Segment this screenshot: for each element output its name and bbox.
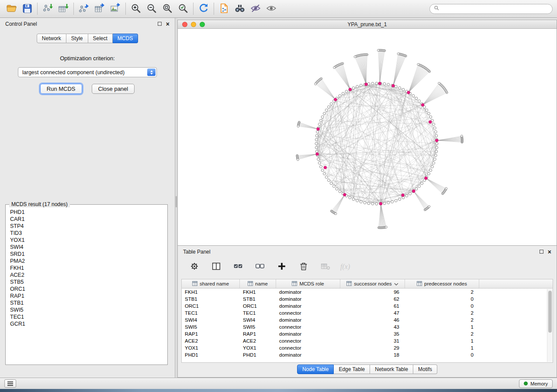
tab-node-table[interactable]: Node Table: [297, 364, 334, 374]
ring-node[interactable]: [336, 188, 338, 190]
ring-node[interactable]: [415, 97, 418, 100]
memory-button[interactable]: Memory: [519, 379, 553, 388]
mcds-result-item[interactable]: YOX1: [10, 237, 167, 244]
tab-motifs[interactable]: Motifs: [413, 364, 437, 374]
leaf-node[interactable]: [297, 125, 299, 127]
ring-node[interactable]: [323, 112, 325, 115]
network-graph[interactable]: [178, 29, 557, 245]
show-columns-button[interactable]: [209, 260, 223, 274]
leaf-node[interactable]: [417, 63, 419, 65]
create-column-button[interactable]: [275, 260, 289, 274]
ring-node[interactable]: [432, 162, 435, 164]
dominator-node[interactable]: [379, 202, 382, 205]
deselect-all-rows-button[interactable]: [253, 260, 267, 274]
table-row[interactable]: FKH1FKH1dominator962: [182, 289, 553, 296]
ring-node[interactable]: [323, 172, 325, 175]
dominator-node[interactable]: [349, 88, 352, 91]
scrollbar-thumb[interactable]: [548, 291, 552, 333]
zoom-in-button[interactable]: [129, 2, 143, 16]
dominator-node[interactable]: [429, 120, 432, 124]
mcds-result-item[interactable]: CAR1: [10, 216, 167, 223]
leaf-node[interactable]: [354, 56, 356, 58]
ring-node[interactable]: [325, 109, 328, 111]
ring-node[interactable]: [436, 142, 438, 145]
ring-node[interactable]: [431, 165, 433, 168]
ring-node[interactable]: [402, 88, 405, 91]
leaf-node[interactable]: [315, 83, 317, 85]
ring-node[interactable]: [360, 84, 362, 87]
ring-node[interactable]: [429, 169, 432, 172]
find-button[interactable]: [233, 2, 247, 16]
ring-node[interactable]: [349, 196, 351, 199]
leaf-node[interactable]: [297, 158, 299, 161]
tab-mcds[interactable]: MCDS: [113, 34, 138, 43]
window-zoom-button[interactable]: [200, 22, 205, 27]
table-row[interactable]: SWI4SWI4dominator462: [182, 316, 553, 323]
mcds-result-item[interactable]: GCR1: [10, 320, 167, 327]
export-network-button[interactable]: [77, 2, 91, 16]
close-table-panel-icon[interactable]: ×: [548, 250, 551, 254]
zoom-selected-button[interactable]: [176, 2, 190, 16]
ring-node[interactable]: [318, 162, 321, 164]
dominator-node[interactable]: [334, 98, 337, 101]
mcds-result-item[interactable]: TEC1: [10, 313, 167, 320]
leaf-node[interactable]: [461, 135, 463, 137]
table-row[interactable]: STB1STB1dominator620: [182, 296, 553, 303]
copy-network-view-button[interactable]: [217, 2, 231, 16]
ring-node[interactable]: [360, 200, 362, 203]
tab-select[interactable]: Select: [88, 34, 113, 43]
mcds-result-item[interactable]: STB1: [10, 299, 167, 306]
leaf-node[interactable]: [333, 66, 336, 69]
dominator-node[interactable]: [316, 153, 319, 156]
table-row[interactable]: RAP1RAP1dominator352: [182, 330, 553, 337]
ring-node[interactable]: [409, 193, 412, 195]
mcds-result-item[interactable]: PHD1: [10, 209, 167, 216]
ring-node[interactable]: [371, 203, 374, 205]
ring-node[interactable]: [367, 202, 370, 205]
tab-network[interactable]: Network: [37, 34, 66, 43]
table-row[interactable]: TEC1TEC1connector472: [182, 309, 553, 316]
dominator-node[interactable]: [343, 193, 346, 196]
window-close-button[interactable]: [182, 22, 187, 27]
column-header-successor_nodes[interactable]: successor nodes: [340, 279, 405, 288]
ring-node[interactable]: [330, 182, 332, 185]
ring-node[interactable]: [383, 202, 386, 205]
ring-node[interactable]: [415, 188, 418, 190]
dominator-node[interactable]: [401, 194, 405, 197]
ring-node[interactable]: [316, 131, 319, 133]
mcds-result-item[interactable]: ORC1: [10, 285, 167, 292]
table-options-button[interactable]: [187, 260, 201, 274]
table-row[interactable]: ORC1ORC1dominator610: [182, 303, 553, 309]
dominator-node[interactable]: [378, 82, 381, 85]
ring-node[interactable]: [402, 196, 405, 199]
float-table-panel-icon[interactable]: [540, 250, 543, 254]
mcds-result-item[interactable]: SRD1: [10, 251, 167, 258]
dominator-node[interactable]: [407, 91, 410, 94]
ring-node[interactable]: [434, 131, 437, 133]
column-header-mcds_role[interactable]: MCDS role: [276, 279, 340, 288]
ring-node[interactable]: [345, 90, 348, 93]
mcds-result-item[interactable]: STB5: [10, 279, 167, 285]
ring-node[interactable]: [315, 150, 318, 153]
float-panel-icon[interactable]: [158, 22, 162, 26]
ring-node[interactable]: [428, 172, 430, 175]
column-header-shared_name[interactable]: shared name: [182, 279, 240, 288]
column-header-name[interactable]: name: [240, 279, 276, 288]
zoom-out-button[interactable]: [145, 2, 159, 16]
ring-node[interactable]: [321, 116, 324, 118]
ring-node[interactable]: [315, 138, 318, 141]
mcds-result-item[interactable]: TID3: [10, 230, 167, 237]
ring-node[interactable]: [356, 85, 359, 88]
ring-node[interactable]: [394, 85, 397, 88]
optimization-criterion-select[interactable]: largest connected component (undirected): [18, 67, 157, 77]
export-image-button[interactable]: [108, 2, 122, 16]
ring-node[interactable]: [371, 82, 374, 85]
ring-node[interactable]: [426, 109, 428, 111]
status-menu-button[interactable]: [4, 379, 16, 388]
ring-node[interactable]: [325, 176, 328, 179]
ring-node[interactable]: [383, 83, 386, 85]
dominator-node[interactable]: [365, 83, 368, 86]
leaf-node[interactable]: [438, 82, 440, 84]
mcds-result-item[interactable]: SWI4: [10, 244, 167, 251]
leaf-node[interactable]: [397, 53, 399, 55]
